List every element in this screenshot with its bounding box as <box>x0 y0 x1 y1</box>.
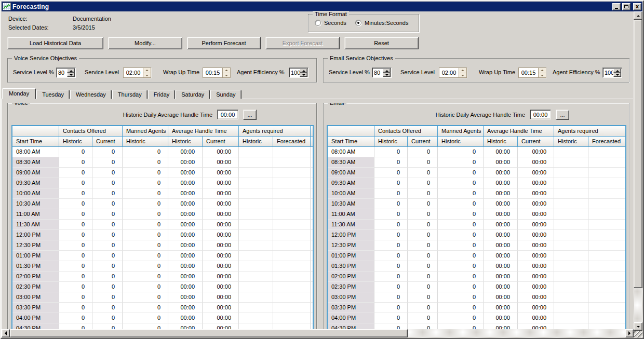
grid-cell[interactable]: 00:00 <box>484 272 518 282</box>
grid-cell[interactable]: 0 <box>438 199 484 209</box>
grid-cell[interactable]: 0 <box>92 292 123 303</box>
row-start-time-cell[interactable]: 09:00 AM <box>328 168 374 178</box>
grid-cell[interactable]: 0 <box>59 157 92 168</box>
grid-cell[interactable]: 00:00 <box>203 220 239 230</box>
grid-cell[interactable]: 00:00 <box>518 261 554 272</box>
grid-cell[interactable]: 0 <box>123 209 168 220</box>
row-start-time-cell[interactable]: 09:30 AM <box>328 178 374 188</box>
grid-cell[interactable] <box>588 188 626 199</box>
grid-cell[interactable] <box>239 188 273 199</box>
grid-cell[interactable] <box>239 199 273 209</box>
grid-cell[interactable]: 00:00 <box>168 282 203 292</box>
grid-cell[interactable]: 00:00 <box>203 230 239 240</box>
tab-saturday[interactable]: Saturday <box>176 90 210 99</box>
grid-cell[interactable]: 0 <box>374 303 408 313</box>
grid-cell[interactable] <box>239 282 273 292</box>
spin-up-button[interactable] <box>143 68 151 73</box>
grid-cell[interactable] <box>273 199 311 209</box>
email-wrap-up-time-spinner[interactable]: 00:15 <box>518 67 546 78</box>
grid-cell[interactable]: 0 <box>408 178 438 188</box>
grid-cell[interactable]: 00:00 <box>203 251 239 261</box>
scroll-up-button[interactable] <box>634 11 642 20</box>
row-start-time-cell[interactable]: 04:00 PM <box>328 313 374 323</box>
grid-cell[interactable] <box>273 147 311 157</box>
row-start-time-cell[interactable]: 03:30 PM <box>12 303 59 313</box>
grid-cell[interactable]: 00:00 <box>484 199 518 209</box>
grid-cell[interactable]: 0 <box>374 313 408 323</box>
grid-cell[interactable] <box>588 272 626 282</box>
grid-cell[interactable]: 00:00 <box>168 178 203 188</box>
grid-cell[interactable]: 0 <box>374 178 408 188</box>
grid-cell[interactable] <box>554 220 588 230</box>
grid-cell[interactable]: 00:00 <box>168 220 203 230</box>
grid-cell[interactable]: 00:00 <box>203 282 239 292</box>
grid-cell[interactable] <box>588 292 626 303</box>
grid-cell[interactable] <box>588 168 626 178</box>
spin-up-button[interactable] <box>67 69 75 73</box>
grid-cell[interactable]: 00:00 <box>168 157 203 168</box>
spin-up-button[interactable] <box>223 68 230 73</box>
row-start-time-cell[interactable]: 11:30 AM <box>328 220 374 230</box>
row-start-time-cell[interactable]: 02:00 PM <box>12 272 59 282</box>
seconds-radio[interactable] <box>315 20 321 26</box>
grid-cell[interactable] <box>588 178 626 188</box>
grid-cell[interactable] <box>588 303 626 313</box>
grid-cell[interactable]: 00:00 <box>168 251 203 261</box>
row-start-time-cell[interactable]: 10:00 AM <box>328 188 374 199</box>
grid-cell[interactable]: 0 <box>59 188 92 199</box>
grid-cell[interactable]: 00:00 <box>518 303 554 313</box>
grid-cell[interactable]: 0 <box>374 230 408 240</box>
grid-cell[interactable]: 0 <box>123 220 168 230</box>
grid-cell[interactable] <box>239 230 273 240</box>
vertical-scrollbar-thumb[interactable] <box>634 20 642 288</box>
email-aht-browse-button[interactable]: ... <box>556 110 569 120</box>
grid-cell[interactable] <box>273 220 311 230</box>
grid-cell[interactable]: 00:00 <box>518 230 554 240</box>
row-start-time-cell[interactable]: 09:30 AM <box>12 178 59 188</box>
grid-cell[interactable]: 0 <box>408 209 438 220</box>
grid-cell[interactable]: 00:00 <box>168 199 203 209</box>
grid-cell[interactable]: 0 <box>59 261 92 272</box>
row-start-time-cell[interactable]: 11:30 AM <box>12 220 59 230</box>
grid-cell[interactable] <box>273 157 311 168</box>
grid-cell[interactable] <box>239 147 273 157</box>
grid-cell[interactable]: 0 <box>123 188 168 199</box>
grid-cell[interactable] <box>588 230 626 240</box>
email-aht-input[interactable]: 00:00 <box>530 110 551 119</box>
grid-cell[interactable]: 0 <box>408 292 438 303</box>
grid-cell[interactable]: 0 <box>123 157 168 168</box>
row-start-time-cell[interactable]: 02:00 PM <box>328 272 374 282</box>
scroll-down-button[interactable] <box>634 322 642 331</box>
row-start-time-cell[interactable]: 01:30 PM <box>328 261 374 272</box>
grid-cell[interactable]: 0 <box>374 157 408 168</box>
grid-cell[interactable]: 00:00 <box>203 147 239 157</box>
grid-cell[interactable] <box>273 209 311 220</box>
grid-cell[interactable]: 0 <box>59 230 92 240</box>
voice-agent-efficiency-spinner[interactable]: 100 <box>289 67 308 78</box>
grid-cell[interactable]: 0 <box>92 209 123 220</box>
grid-cell[interactable]: 0 <box>408 168 438 178</box>
grid-cell[interactable]: 0 <box>59 292 92 303</box>
email-wrap-up-time-value[interactable]: 00:15 <box>519 68 538 77</box>
grid-cell[interactable]: 0 <box>59 209 92 220</box>
grid-cell[interactable] <box>239 168 273 178</box>
row-start-time-cell[interactable]: 10:30 AM <box>328 199 374 209</box>
spin-down-button[interactable] <box>223 73 230 77</box>
grid-cell[interactable] <box>273 272 311 282</box>
titlebar[interactable]: Forecasting x <box>2 2 642 11</box>
grid-cell[interactable]: 00:00 <box>484 303 518 313</box>
grid-cell[interactable]: 00:00 <box>484 230 518 240</box>
grid-cell[interactable]: 0 <box>408 261 438 272</box>
grid-cell[interactable]: 0 <box>374 199 408 209</box>
spin-down-button[interactable] <box>539 73 546 77</box>
grid-cell[interactable]: 00:00 <box>484 240 518 251</box>
tab-friday[interactable]: Friday <box>148 90 176 99</box>
grid-cell[interactable] <box>273 230 311 240</box>
grid-cell[interactable]: 00:00 <box>518 209 554 220</box>
grid-cell[interactable]: 0 <box>59 272 92 282</box>
grid-cell[interactable]: 0 <box>374 272 408 282</box>
grid-cell[interactable]: 0 <box>438 240 484 251</box>
row-start-time-cell[interactable]: 08:30 AM <box>12 157 59 168</box>
grid-cell[interactable]: 00:00 <box>484 251 518 261</box>
grid-cell[interactable]: 00:00 <box>203 199 239 209</box>
